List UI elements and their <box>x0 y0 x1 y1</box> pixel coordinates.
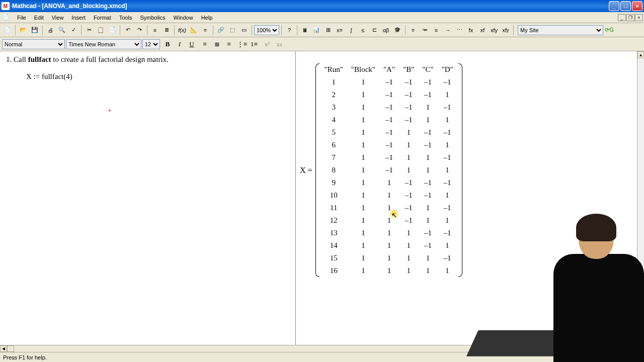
function-button[interactable]: f(x) <box>177 25 188 36</box>
matrix-toolbar-icon[interactable]: ⊞ <box>323 25 334 36</box>
font-size-select[interactable]: 12 <box>142 39 160 49</box>
matrix-cell: 1 <box>438 114 457 126</box>
eq2-icon[interactable]: ≔ <box>419 25 430 36</box>
site-select[interactable]: My Site <box>518 25 603 35</box>
matrix-cell: 1 <box>347 189 379 202</box>
xf-icon[interactable]: xf <box>477 25 488 36</box>
symbolic-toolbar-icon[interactable]: 🎓 <box>392 25 403 36</box>
new-button[interactable]: 📄 <box>2 25 13 36</box>
subscript-button[interactable]: x₂ <box>274 39 285 50</box>
menu-tools[interactable]: Tools <box>115 14 136 22</box>
arrow-icon[interactable]: → <box>442 25 453 36</box>
matrix-cell: 13 <box>320 227 347 239</box>
bold-button[interactable]: B <box>162 39 173 50</box>
xfy-icon[interactable]: xfy <box>489 25 500 36</box>
insert-region-button[interactable]: ▭ <box>238 25 250 36</box>
matrix-cell: –1 <box>418 189 437 202</box>
save-button[interactable]: 💾 <box>29 25 40 36</box>
insert-component-button[interactable]: ⬚ <box>227 25 238 36</box>
open-button[interactable]: 📂 <box>18 25 29 36</box>
preview-button[interactable]: 🔍 <box>56 25 67 36</box>
scroll-up-button[interactable]: ▲ <box>637 51 644 58</box>
superscript-button[interactable]: x² <box>262 39 273 50</box>
matrix-result[interactable]: X = "Run""Block""A""B""C""D"11–1–1–1–121… <box>300 63 462 277</box>
matrix-header: "D" <box>438 63 457 76</box>
menu-format[interactable]: Format <box>90 14 115 22</box>
calc-toolbar-icon[interactable]: 🖩 <box>299 25 310 36</box>
menu-help[interactable]: Help <box>197 14 217 22</box>
dots-icon[interactable]: ⋯ <box>454 25 465 36</box>
menu-bar: 📄 FileEditViewInsertFormatToolsSymbolics… <box>0 12 644 23</box>
align-button[interactable]: ≡ <box>149 25 160 36</box>
matrix-header: "B" <box>399 63 418 76</box>
align2-button[interactable]: ≣ <box>161 25 172 36</box>
matrix-cell: 1 <box>438 239 457 252</box>
undo-button[interactable]: ↶ <box>122 25 133 36</box>
matrix-cell: –1 <box>379 101 399 114</box>
matrix-cell: 12 <box>320 214 347 227</box>
number-list-button[interactable]: 1≡ <box>249 39 260 50</box>
go-button[interactable]: ⟳G <box>604 25 615 36</box>
close-button[interactable]: × <box>632 1 642 11</box>
zoom-select[interactable]: 100% <box>254 25 279 35</box>
paste-button[interactable]: 📄 <box>107 25 118 36</box>
xfy2-icon[interactable]: xfy <box>500 25 511 36</box>
sheet-tab[interactable] <box>7 345 14 352</box>
menu-window[interactable]: Window <box>170 14 197 22</box>
matrix-cell: 1 <box>379 252 399 264</box>
menu-file[interactable]: File <box>13 14 30 22</box>
matrix-cell: –1 <box>379 126 399 139</box>
menu-view[interactable]: View <box>48 14 68 22</box>
matrix-cell: 1 <box>418 252 437 264</box>
matrix-cell: –1 <box>418 176 437 189</box>
fx-icon[interactable]: fx <box>465 25 476 36</box>
matrix-cell: 1 <box>379 239 399 252</box>
copy-button[interactable]: 📋 <box>95 25 106 36</box>
matrix-cell: –1 <box>399 88 418 101</box>
maximize-button[interactable]: □ <box>620 1 631 11</box>
menu-symbolics[interactable]: Symbolics <box>136 14 169 22</box>
mdi-minimize-button[interactable]: _ <box>618 14 626 21</box>
calculate-button[interactable]: = <box>200 25 211 36</box>
menu-insert[interactable]: Insert <box>67 14 90 22</box>
programming-toolbar-icon[interactable]: ⊏ <box>369 25 380 36</box>
insert-link-button[interactable]: 🔗 <box>215 25 226 36</box>
matrix-cell: 1 <box>399 126 418 139</box>
matrix-cell: –1 <box>438 151 457 164</box>
calculus-toolbar-icon[interactable]: ∫ <box>346 25 357 36</box>
spellcheck-button[interactable]: ✓ <box>68 25 79 36</box>
eval-toolbar-icon[interactable]: x= <box>334 25 345 36</box>
style-select[interactable]: Normal <box>2 39 65 49</box>
matrix-cell: –1 <box>438 176 457 189</box>
help-button[interactable]: ? <box>284 25 295 36</box>
print-button[interactable]: 🖨 <box>45 25 56 36</box>
mdi-close-button[interactable]: × <box>635 14 643 21</box>
align-left-button[interactable]: ≡ <box>199 39 210 50</box>
bullet-list-button[interactable]: ⋮≡ <box>236 39 248 50</box>
mdi-restore-button[interactable]: ❐ <box>626 14 634 21</box>
boolean-toolbar-icon[interactable]: ≤ <box>357 25 368 36</box>
matrix-cell: –1 <box>418 76 437 88</box>
matrix-cell: 1 <box>438 139 457 151</box>
minimize-button[interactable]: _ <box>609 1 619 11</box>
matrix-cell: –1 <box>418 227 437 239</box>
cut-button[interactable]: ✂ <box>84 25 95 36</box>
equation-definition[interactable]: X := fullfact(4) <box>26 72 72 81</box>
align-center-button[interactable]: ≣ <box>211 39 222 50</box>
greek-toolbar-icon[interactable]: αβ <box>380 25 391 36</box>
matrix-cell: –1 <box>379 76 399 88</box>
redo-button[interactable]: ↷ <box>134 25 145 36</box>
scroll-left-button[interactable]: ◀ <box>0 345 7 352</box>
align-right-button[interactable]: ≡ <box>223 39 234 50</box>
eq3-icon[interactable]: ≡ <box>431 25 442 36</box>
graph-toolbar-icon[interactable]: 📊 <box>311 25 322 36</box>
matrix-cell: 1 <box>379 214 399 227</box>
italic-button[interactable]: I <box>174 39 185 50</box>
menu-edit[interactable]: Edit <box>30 14 48 22</box>
matrix-cell: –1 <box>399 176 418 189</box>
unit-button[interactable]: 📐 <box>188 25 199 36</box>
font-select[interactable]: Times New Roman <box>66 39 141 49</box>
underline-button[interactable]: U <box>186 39 197 50</box>
eq1-icon[interactable]: = <box>408 25 419 36</box>
matrix-header: "A" <box>379 63 399 76</box>
